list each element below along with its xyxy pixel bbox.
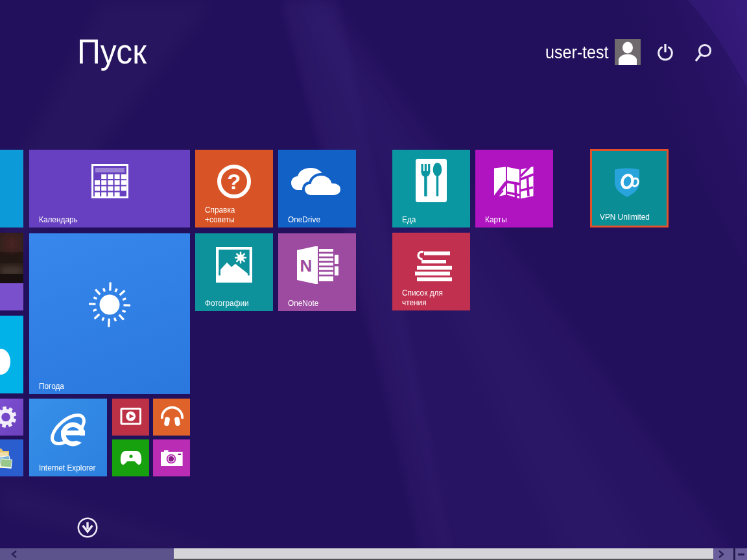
svg-text:N: N <box>300 256 313 275</box>
svg-text:?: ? <box>228 169 241 194</box>
